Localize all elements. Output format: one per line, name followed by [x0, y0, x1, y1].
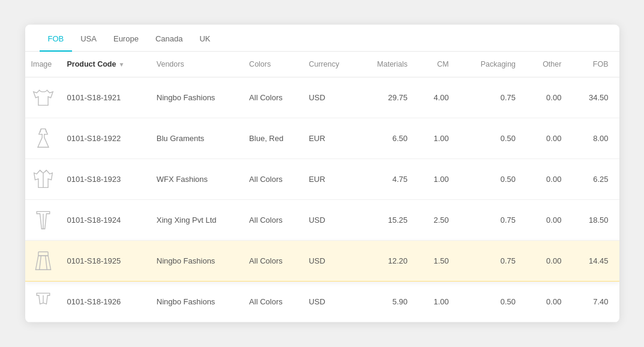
product-image-2	[25, 118, 61, 159]
svg-rect-4	[38, 252, 47, 256]
vendors-cell: Ningbo Fashions	[151, 282, 243, 322]
cm-cell: 1.00	[418, 282, 460, 322]
currency-cell: USD	[302, 241, 357, 282]
col-header-packaging: Packaging	[460, 52, 526, 77]
tab-uk[interactable]: UK	[191, 25, 218, 52]
tab-fob[interactable]: FOB	[40, 25, 73, 52]
packaging-cell: 0.75	[460, 77, 526, 118]
currency-cell: EUR	[302, 159, 357, 200]
materials-cell: 5.90	[358, 282, 418, 322]
packaging-cell: 0.75	[460, 241, 526, 282]
fob-cell: 6.25	[572, 159, 619, 200]
svg-line-0	[40, 129, 41, 133]
materials-cell: 4.75	[358, 159, 418, 200]
table-row[interactable]: 0101-S18-1926Ningbo FashionsAll ColorsUS…	[25, 282, 619, 322]
materials-cell: 6.50	[358, 118, 418, 159]
product-image-3	[25, 159, 61, 200]
product-code-cell: 0101-S18-1926	[61, 282, 151, 322]
colors-cell: All Colors	[243, 200, 302, 241]
tabs-bar: FOBUSAEuropeCanadaUK	[25, 25, 619, 52]
vendors-cell: Blu Graments	[151, 118, 243, 159]
col-header-fob: FOB	[572, 52, 619, 77]
other-cell: 0.00	[526, 77, 572, 118]
tab-usa[interactable]: USA	[72, 25, 105, 52]
product-code-cell: 0101-S18-1925	[61, 241, 151, 282]
fob-cell: 18.50	[572, 200, 619, 241]
fob-cell: 8.00	[572, 118, 619, 159]
fob-cell: 14.45	[572, 241, 619, 282]
packaging-cell: 0.75	[460, 200, 526, 241]
cm-cell: 1.00	[418, 159, 460, 200]
tab-europe[interactable]: Europe	[105, 25, 147, 52]
table-header: ImageProduct Code▼VendorsColorsCurrencyM…	[25, 52, 619, 77]
table-row[interactable]: 0101-S18-1922Blu GramentsBlue, RedEUR6.5…	[25, 118, 619, 159]
other-cell: 0.00	[526, 241, 572, 282]
currency-cell: EUR	[302, 118, 357, 159]
table-row[interactable]: 0101-S18-1923WFX FashionsAll ColorsEUR4.…	[25, 159, 619, 200]
cm-cell: 2.50	[418, 200, 460, 241]
other-cell: 0.00	[526, 282, 572, 322]
currency-cell: USD	[302, 282, 357, 322]
tab-canada[interactable]: Canada	[147, 25, 191, 52]
colors-cell: All Colors	[243, 77, 302, 118]
col-header-vendors: Vendors	[151, 52, 243, 77]
col-header-materials: Materials	[358, 52, 418, 77]
svg-line-6	[45, 256, 47, 270]
product-image-1	[25, 77, 61, 118]
col-header-cm: CM	[418, 52, 460, 77]
product-image-6	[25, 282, 61, 322]
product-code-cell: 0101-S18-1923	[61, 159, 151, 200]
header-row: ImageProduct Code▼VendorsColorsCurrencyM…	[25, 52, 619, 77]
vendors-cell: Xing Xing Pvt Ltd	[151, 200, 243, 241]
packaging-cell: 0.50	[460, 159, 526, 200]
svg-line-1	[45, 129, 46, 133]
product-code-cell: 0101-S18-1924	[61, 200, 151, 241]
vendors-cell: Ningbo Fashions	[151, 241, 243, 282]
table-row[interactable]: 0101-S18-1925Ningbo FashionsAll ColorsUS…	[25, 241, 619, 282]
main-card: FOBUSAEuropeCanadaUK ImageProduct Code▼V…	[25, 25, 619, 322]
table-row[interactable]: 0101-S18-1924Xing Xing Pvt LtdAll Colors…	[25, 200, 619, 241]
product-code-cell: 0101-S18-1921	[61, 77, 151, 118]
packaging-cell: 0.50	[460, 282, 526, 322]
table-wrapper: ImageProduct Code▼VendorsColorsCurrencyM…	[25, 52, 619, 322]
cm-cell: 1.00	[418, 118, 460, 159]
vendors-cell: WFX Fashions	[151, 159, 243, 200]
product-image-5	[25, 241, 61, 282]
vendors-cell: Ningbo Fashions	[151, 77, 243, 118]
cm-cell: 1.50	[418, 241, 460, 282]
fob-cell: 7.40	[572, 282, 619, 322]
cm-cell: 4.00	[418, 77, 460, 118]
colors-cell: All Colors	[243, 241, 302, 282]
packaging-cell: 0.50	[460, 118, 526, 159]
colors-cell: All Colors	[243, 282, 302, 322]
col-header-image: Image	[25, 52, 61, 77]
currency-cell: USD	[302, 200, 357, 241]
col-header-currency: Currency	[302, 52, 357, 77]
table-row[interactable]: 0101-S18-1921Ningbo FashionsAll ColorsUS…	[25, 77, 619, 118]
other-cell: 0.00	[526, 159, 572, 200]
other-cell: 0.00	[526, 200, 572, 241]
materials-cell: 29.75	[358, 77, 418, 118]
currency-cell: USD	[302, 77, 357, 118]
other-cell: 0.00	[526, 118, 572, 159]
colors-cell: Blue, Red	[243, 118, 302, 159]
sort-icon-productCode: ▼	[118, 61, 124, 68]
fob-cell: 34.50	[572, 77, 619, 118]
col-header-productCode[interactable]: Product Code▼	[61, 52, 151, 77]
col-header-other: Other	[526, 52, 572, 77]
product-code-cell: 0101-S18-1922	[61, 118, 151, 159]
materials-cell: 12.20	[358, 241, 418, 282]
svg-line-5	[39, 256, 41, 270]
materials-cell: 15.25	[358, 200, 418, 241]
col-header-colors: Colors	[243, 52, 302, 77]
product-image-4	[25, 200, 61, 241]
colors-cell: All Colors	[243, 159, 302, 200]
table-body: 0101-S18-1921Ningbo FashionsAll ColorsUS…	[25, 77, 619, 322]
products-table: ImageProduct Code▼VendorsColorsCurrencyM…	[25, 52, 619, 322]
